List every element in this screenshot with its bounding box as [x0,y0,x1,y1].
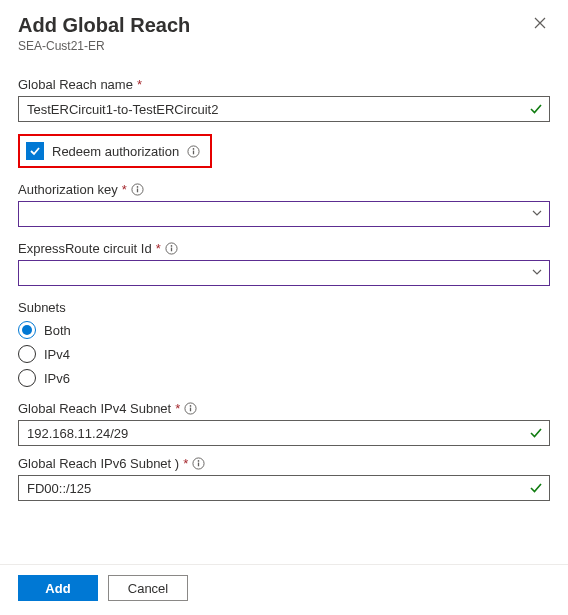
valid-check-icon [529,426,543,440]
required-star: * [156,241,161,256]
redeem-authorization-highlight: Redeem authorization [18,134,212,168]
footer-separator [0,564,568,565]
subnets-label: Subnets [18,300,550,315]
radio-icon [18,369,36,387]
input-value: FD00::/125 [27,481,529,496]
svg-rect-14 [198,463,199,467]
add-button[interactable]: Add [18,575,98,601]
ipv6-subnet-input[interactable]: FD00::/125 [18,475,550,501]
required-star: * [137,77,142,92]
chevron-down-icon [531,266,543,281]
global-reach-name-label: Global Reach name * [18,77,550,92]
authorization-key-input[interactable] [18,201,550,227]
radio-label: IPv6 [44,371,70,386]
required-star: * [183,456,188,471]
close-icon [534,17,546,29]
close-button[interactable] [530,14,550,34]
checkmark-icon [29,145,41,157]
ipv4-subnet-input[interactable]: 192.168.11.24/29 [18,420,550,446]
svg-rect-8 [171,248,172,252]
svg-point-4 [136,186,138,188]
subnets-radio-ipv6[interactable]: IPv6 [18,369,550,387]
info-icon[interactable] [192,457,205,470]
required-star: * [175,401,180,416]
label-text: Global Reach name [18,77,133,92]
info-icon[interactable] [131,183,144,196]
label-text: ExpressRoute circuit Id [18,241,152,256]
cancel-button[interactable]: Cancel [108,575,188,601]
authorization-key-label: Authorization key * [18,182,550,197]
ipv6-subnet-label: Global Reach IPv6 Subnet ) * [18,456,550,471]
subnets-radio-both[interactable]: Both [18,321,550,339]
svg-point-7 [170,245,172,247]
circuit-id-label: ExpressRoute circuit Id * [18,241,550,256]
panel-title: Add Global Reach [18,14,190,37]
panel-subtitle: SEA-Cust21-ER [18,39,550,53]
dialog-footer: Add Cancel [18,574,550,601]
chevron-down-icon [531,207,543,222]
info-icon[interactable] [187,145,200,158]
ipv4-subnet-label: Global Reach IPv4 Subnet * [18,401,550,416]
radio-label: IPv4 [44,347,70,362]
global-reach-name-input[interactable]: TestERCircuit1-to-TestERCircuit2 [18,96,550,122]
redeem-authorization-label: Redeem authorization [52,144,179,159]
input-value: 192.168.11.24/29 [27,426,529,441]
valid-check-icon [529,481,543,495]
svg-point-1 [193,148,195,150]
valid-check-icon [529,102,543,116]
label-text: Global Reach IPv6 Subnet ) [18,456,179,471]
label-text: Authorization key [18,182,118,197]
svg-rect-5 [137,189,138,193]
radio-label: Both [44,323,71,338]
subnets-radio-ipv4[interactable]: IPv4 [18,345,550,363]
input-value: TestERCircuit1-to-TestERCircuit2 [27,102,529,117]
radio-icon [18,345,36,363]
circuit-id-input[interactable] [18,260,550,286]
svg-rect-11 [190,408,191,412]
svg-point-10 [190,405,192,407]
required-star: * [122,182,127,197]
info-icon[interactable] [165,242,178,255]
svg-point-13 [198,460,200,462]
radio-icon [18,321,36,339]
info-icon[interactable] [184,402,197,415]
redeem-authorization-checkbox[interactable] [26,142,44,160]
svg-rect-2 [193,150,194,154]
label-text: Global Reach IPv4 Subnet [18,401,171,416]
